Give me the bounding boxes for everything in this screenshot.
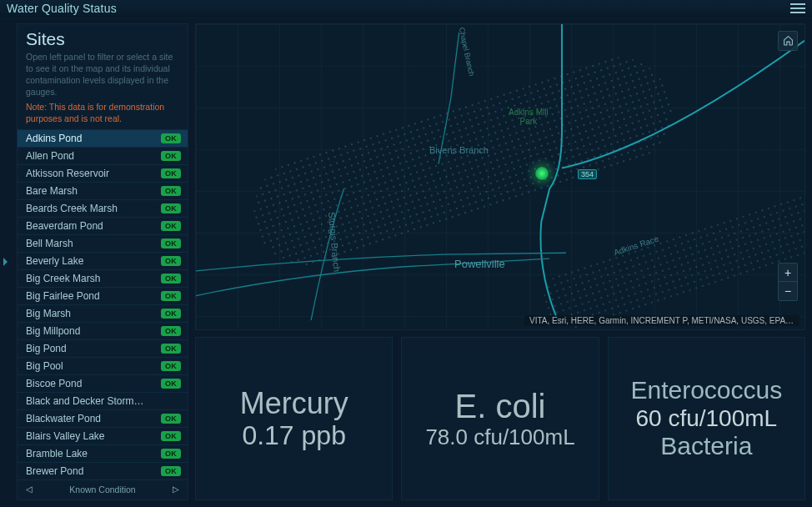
zoom-in-button[interactable]: +: [779, 264, 797, 282]
status-badge: OK: [161, 221, 181, 231]
home-icon: [783, 35, 794, 46]
site-item[interactable]: Biscoe PondOK: [18, 374, 188, 392]
site-item-label: Adkins Pond: [26, 133, 82, 144]
body: Sites Open left panel to filter or selec…: [0, 18, 812, 507]
site-item-label: Big Fairlee Pond: [26, 290, 100, 302]
site-item[interactable]: Big PoolOK: [18, 357, 188, 374]
ecoli-title: E. coli: [455, 387, 546, 425]
site-item[interactable]: Bramble LakeOK: [18, 444, 188, 462]
status-badge: OK: [161, 133, 181, 143]
entero-value: 60 cfu/100mL: [635, 405, 777, 432]
map-attribution: VITA, Esri, HERE, Garmin, INCREMENT P, M…: [524, 315, 799, 326]
home-button[interactable]: [778, 31, 798, 51]
topbar: Water Quality Status: [0, 0, 812, 18]
mercury-title: Mercury: [240, 386, 348, 420]
status-badge: OK: [161, 203, 181, 213]
highway-shield: 354: [578, 169, 597, 179]
site-item[interactable]: Big Creek MarshOK: [18, 269, 188, 287]
card-ecoli: E. coli 78.0 cfu/100mL: [401, 337, 599, 500]
site-item[interactable]: Bare MarshOK: [18, 182, 188, 199]
status-badge: OK: [161, 449, 181, 459]
status-badge: OK: [161, 256, 181, 266]
site-item-label: Big Millpond: [26, 325, 80, 337]
site-item[interactable]: Big MarshOK: [18, 304, 188, 322]
sidebar: Sites Open left panel to filter or selec…: [17, 23, 188, 500]
site-item[interactable]: Beaverdam PondOK: [18, 217, 188, 234]
site-item[interactable]: Atkisson ReservoirOK: [18, 164, 188, 182]
status-badge: OK: [161, 168, 181, 178]
entero-sub: Bacteria: [660, 432, 752, 461]
site-item-label: Atkisson Reservoir: [26, 168, 109, 179]
mercury-value: 0.17 ppb: [242, 420, 346, 451]
site-item-label: Black and Decker Stormwater Pond: [26, 395, 151, 407]
entero-title: Enterococcus: [630, 376, 782, 405]
site-item[interactable]: Allen PondOK: [18, 147, 188, 164]
gauge-cards: Mercury 0.17 ppb E. coli 78.0 cfu/100mL …: [195, 337, 805, 500]
site-item-label: Big Pool: [26, 360, 63, 372]
site-item-label: Big Pond: [26, 343, 67, 354]
chevron-right-icon: [3, 258, 8, 266]
site-item[interactable]: Big MillpondOK: [18, 322, 188, 339]
status-badge: OK: [161, 431, 181, 441]
site-item-label: Big Creek Marsh: [26, 273, 100, 284]
app-title: Water Quality Status: [7, 2, 117, 15]
zoom-control: + −: [778, 263, 798, 301]
pager-label: Known Condition: [69, 484, 135, 494]
ecoli-value: 78.0 cfu/100mL: [425, 425, 574, 450]
site-item[interactable]: Bell MarshOK: [18, 234, 188, 252]
status-badge: OK: [161, 151, 181, 161]
status-badge: OK: [161, 344, 181, 354]
site-item[interactable]: Beards Creek MarshOK: [18, 199, 188, 217]
site-item[interactable]: Big PondOK: [18, 339, 188, 357]
site-item-label: Big Marsh: [26, 308, 71, 319]
status-badge: OK: [161, 326, 181, 336]
sidebar-warning: Note: This data is for demonstration pur…: [26, 101, 179, 124]
pager: ◁ Known Condition ▷: [18, 479, 188, 498]
site-item[interactable]: Big Fairlee PondOK: [18, 287, 188, 304]
card-mercury: Mercury 0.17 ppb: [195, 337, 393, 500]
site-item-label: Beverly Lake: [26, 255, 83, 267]
pager-prev[interactable]: ◁: [26, 484, 33, 494]
card-enterococcus: Enterococcus 60 cfu/100mL Bacteria: [608, 337, 805, 500]
site-item[interactable]: Brewer PondOK: [18, 462, 188, 479]
site-list[interactable]: Adkins PondOKAllen PondOKAtkisson Reserv…: [18, 129, 188, 479]
park-label: Adkins MillPark: [509, 108, 549, 126]
status-badge: OK: [161, 274, 181, 284]
status-badge: OK: [161, 414, 181, 424]
menu-icon[interactable]: [790, 3, 805, 13]
main: Adkins MillPark Powellville Bivens Branc…: [195, 23, 805, 500]
site-marker[interactable]: [534, 166, 549, 181]
site-item[interactable]: Blackwater PondOK: [18, 409, 188, 427]
site-item-label: Blairs Valley Lake: [26, 430, 105, 442]
status-badge: OK: [161, 361, 181, 371]
site-item-label: Allen Pond: [26, 150, 74, 162]
site-item-label: Beaverdam Pond: [26, 220, 103, 232]
map-canvas: Adkins MillPark Powellville Bivens Branc…: [196, 24, 804, 329]
status-badge: OK: [161, 238, 181, 248]
map-panel[interactable]: Adkins MillPark Powellville Bivens Branc…: [195, 23, 805, 330]
site-item[interactable]: Beverly LakeOK: [18, 252, 188, 269]
app-root: Water Quality Status Sites Open left pan…: [0, 0, 812, 507]
sidebar-toggle[interactable]: [0, 23, 10, 500]
site-item-label: Bare Marsh: [26, 185, 78, 197]
site-item-label: Bell Marsh: [26, 238, 73, 249]
site-item[interactable]: Blairs Valley LakeOK: [18, 427, 188, 444]
site-item-label: Bramble Lake: [26, 448, 88, 459]
zoom-out-button[interactable]: −: [779, 282, 797, 300]
site-item-label: Blackwater Pond: [26, 413, 101, 424]
status-badge: OK: [161, 466, 181, 476]
site-item[interactable]: Adkins PondOK: [18, 129, 188, 147]
status-badge: OK: [161, 309, 181, 319]
pager-next[interactable]: ▷: [173, 484, 179, 494]
sidebar-desc: Open left panel to filter or select a si…: [26, 51, 179, 98]
site-item-label: Beards Creek Marsh: [26, 203, 118, 214]
sidebar-title: Sites: [26, 29, 179, 49]
status-badge: OK: [161, 291, 181, 301]
site-item-label: Brewer Pond: [26, 465, 83, 477]
status-badge: OK: [161, 186, 181, 196]
site-item[interactable]: Black and Decker Stormwater PondOK: [18, 392, 188, 409]
site-item-label: Biscoe Pond: [26, 378, 82, 389]
sidebar-header: Sites Open left panel to filter or selec…: [18, 24, 188, 129]
status-badge: OK: [161, 379, 181, 389]
